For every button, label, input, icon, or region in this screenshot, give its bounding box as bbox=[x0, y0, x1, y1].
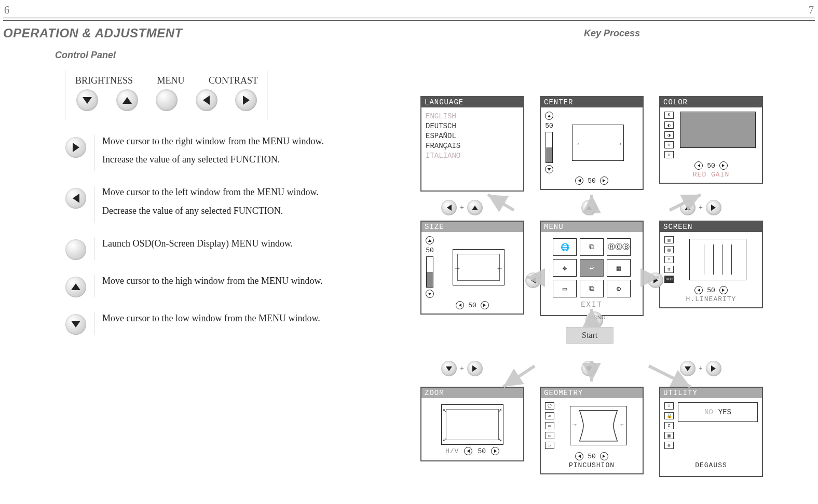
right-page: Key Process LANGUAGE ENGLISH DEUTSCH ESP… bbox=[410, 23, 814, 500]
description-text: Launch OSD(On-Screen Display) MENU windo… bbox=[102, 237, 293, 250]
left-arrow-button bbox=[441, 200, 457, 215]
osd-sublabel: RED GAIN bbox=[664, 171, 758, 179]
screen-preview bbox=[689, 239, 746, 280]
start-box: Start bbox=[566, 327, 614, 344]
brightness-down-button[interactable] bbox=[76, 89, 98, 111]
triangle-right-icon bbox=[73, 143, 79, 152]
osd-language: LANGUAGE ENGLISH DEUTSCH ESPAÑOL FRANÇAI… bbox=[420, 96, 524, 192]
label-contrast: CONTRAST bbox=[209, 75, 258, 86]
osd-title: MENU bbox=[541, 222, 643, 232]
right-arrow-button bbox=[467, 361, 483, 376]
description-row: Move cursor to the right window from the… bbox=[60, 135, 403, 171]
list-item: ITALIANO bbox=[426, 151, 519, 161]
description-row: Move cursor to the low window from the M… bbox=[60, 312, 403, 335]
nav-combo-down-right-2: + bbox=[680, 361, 721, 376]
triangle-up-icon bbox=[71, 283, 80, 290]
down-arrow-button bbox=[581, 361, 597, 376]
screen-preview: → → bbox=[572, 125, 624, 161]
osd-title: GEOMETRY bbox=[541, 388, 643, 398]
up-icon bbox=[545, 112, 553, 120]
no-label: NO bbox=[704, 408, 713, 416]
contrast-down-button[interactable] bbox=[196, 89, 217, 111]
right-arrow-button bbox=[706, 200, 721, 215]
screen-preview: → ← bbox=[570, 406, 627, 445]
v-slider bbox=[426, 256, 433, 288]
list-item: ENGLISH bbox=[426, 112, 519, 121]
right-icon bbox=[481, 301, 489, 309]
label-brightness: BRIGHTNESS bbox=[75, 75, 133, 86]
svg-line-0 bbox=[488, 195, 514, 210]
osd-title: ZOOM bbox=[421, 388, 523, 398]
triangle-up-icon bbox=[122, 97, 132, 104]
triangle-right-icon bbox=[243, 96, 250, 105]
triangle-left-icon bbox=[203, 96, 210, 105]
left-icon bbox=[694, 161, 703, 170]
menu-button-label: MENU bbox=[589, 314, 605, 320]
language-list: ENGLISH DEUTSCH ESPAÑOL FRANÇAIS ITALIAN… bbox=[426, 112, 519, 160]
utility-icon-column: ⌂🔒z▦⊕ bbox=[664, 402, 674, 449]
menu-button-icon bbox=[65, 239, 86, 260]
description-row: Move cursor to the left window from the … bbox=[60, 186, 403, 222]
osd-title: SCREEN bbox=[660, 222, 762, 232]
page-number-right: 7 bbox=[809, 4, 814, 16]
osd-utility: UTILITY ⌂🔒z▦⊕ NO YES DEGAUSS bbox=[659, 387, 763, 477]
osd-size: SIZE 50 → ← 5 bbox=[420, 221, 524, 315]
list-item: DEUTSCH bbox=[426, 121, 519, 131]
nav-down bbox=[581, 361, 597, 376]
v-slider bbox=[546, 132, 553, 163]
value: 50 bbox=[588, 177, 596, 185]
down-icon bbox=[545, 165, 553, 173]
description-text: Increase the value of any selected FUNCT… bbox=[102, 153, 324, 166]
description-text: Move cursor to the high window from the … bbox=[102, 275, 323, 288]
down-arrow-button bbox=[65, 314, 86, 335]
value: 50 bbox=[478, 447, 486, 455]
value: 50 bbox=[426, 247, 434, 254]
description-text: Move cursor to the left window from the … bbox=[102, 186, 319, 199]
left-arrow-button bbox=[65, 188, 86, 209]
description-text: Move cursor to the low window from the M… bbox=[102, 312, 320, 325]
key-process-diagram: LANGUAGE ENGLISH DEUTSCH ESPAÑOL FRANÇAI… bbox=[410, 49, 805, 504]
osd-title: CENTER bbox=[541, 97, 643, 107]
control-panel-illustration: BRIGHTNESS MENU CONTRAST bbox=[65, 71, 268, 120]
list-item: FRANÇAIS bbox=[426, 141, 519, 151]
left-page: OPERATION & ADJUSTMENT Control Panel BRI… bbox=[3, 23, 403, 500]
up-arrow-button bbox=[680, 200, 696, 215]
screen-preview: → ← bbox=[453, 249, 505, 285]
geometry-icon-column: ⬠▱▭▭▱ bbox=[545, 402, 554, 449]
up-arrow-button bbox=[65, 277, 86, 297]
key-process-heading: Key Process bbox=[410, 28, 814, 39]
nav-left bbox=[525, 273, 541, 288]
section-heading: OPERATION & ADJUSTMENT bbox=[3, 26, 403, 40]
osd-color: COLOR K◐◑☼☼ 50 RED GAIN bbox=[659, 96, 763, 184]
menu-button[interactable] bbox=[156, 89, 178, 111]
yes-label: YES bbox=[718, 408, 731, 416]
screen-preview: ↖↗ ↙↘ bbox=[441, 404, 503, 445]
menu-icon-grid: 🌐⧉ⓇⒼⒷ ✥↩▦ ▭⧉⚙ bbox=[545, 236, 638, 297]
list-item: ESPAÑOL bbox=[426, 131, 519, 141]
right-arrow-button bbox=[706, 361, 721, 376]
right-icon bbox=[491, 447, 499, 455]
plus-icon: + bbox=[699, 203, 703, 212]
nav-combo-left-up: + bbox=[441, 200, 483, 215]
nav-combo-down-right: + bbox=[441, 361, 483, 376]
right-arrow-button bbox=[65, 137, 86, 158]
nav-combo-up-right: + bbox=[680, 200, 721, 215]
left-icon bbox=[464, 447, 472, 455]
plus-icon: + bbox=[699, 364, 703, 373]
value: 50 bbox=[545, 122, 553, 130]
description-row: Launch OSD(On-Screen Display) MENU windo… bbox=[60, 237, 403, 260]
contrast-up-button[interactable] bbox=[235, 89, 257, 111]
osd-center: CENTER 50 → → 50 bbox=[540, 96, 644, 190]
down-arrow-button bbox=[441, 361, 457, 376]
up-icon bbox=[426, 236, 434, 244]
up-arrow-button bbox=[581, 200, 597, 215]
value: 50 bbox=[588, 453, 596, 460]
nav-right bbox=[648, 273, 663, 288]
screen-icon-column: ▥▤≈≋FOCUS bbox=[664, 236, 674, 283]
left-arrow-button bbox=[525, 273, 541, 288]
brightness-up-button[interactable] bbox=[116, 89, 138, 111]
left-icon bbox=[694, 286, 703, 294]
value: 50 bbox=[707, 287, 715, 294]
up-arrow-button bbox=[467, 200, 483, 215]
subsection-heading: Control Panel bbox=[55, 50, 403, 61]
